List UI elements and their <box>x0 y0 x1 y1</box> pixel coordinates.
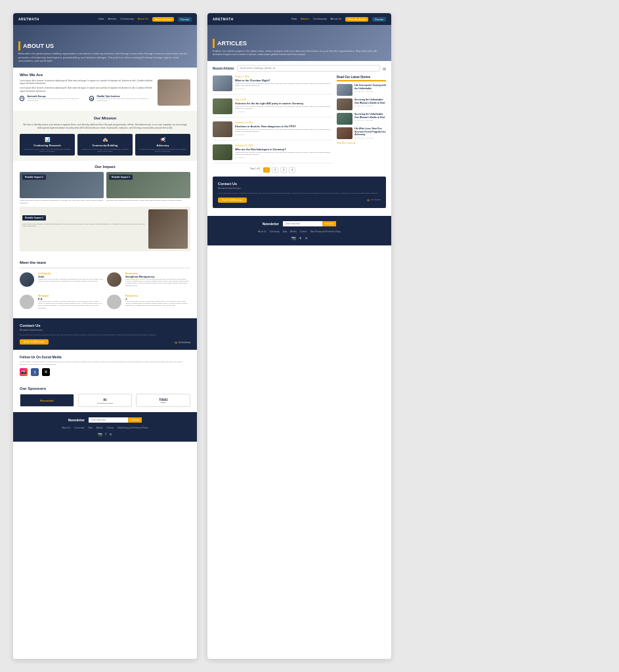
story-title-1[interactable]: Life Interrupted: Coping with the Unthin… <box>354 84 386 90</box>
partner-ki-info: Khalifa Tyler Institute Lorem ipsum dolo… <box>96 95 154 102</box>
mission-card-community: 🏘️ Community Building Lorem ipsum is sim… <box>77 134 133 156</box>
who-we-are-image <box>158 79 190 106</box>
nav-link-community[interactable]: Community <box>121 17 134 22</box>
article-excerpt-1: Lorem ipsum dolor sit amet, consectetur … <box>235 83 333 87</box>
footer-instagram-icon[interactable]: 📷 <box>98 432 102 436</box>
footer-link-articles[interactable]: Articles <box>96 427 103 429</box>
article-title-4[interactable]: Who are the Reichsbürgers in Germany? <box>235 148 333 151</box>
art-nav-data[interactable]: Data <box>291 17 297 22</box>
who-row: Lorem ipsum dolor sit amet, consectetur … <box>20 79 190 106</box>
member-desc-4: Lorem ipsum dolor sit amet, consectetur … <box>125 301 190 307</box>
art-nav-write-btn[interactable]: Write An Article <box>345 17 368 22</box>
article-title-1[interactable]: What is the Christian Right? <box>235 79 333 82</box>
articles-list: October 7, 2024 What is the Christian Ri… <box>213 75 333 173</box>
impact-text-1: Lorem ipsum dolor sit amet, consectetur … <box>20 200 104 204</box>
footer-link-careers[interactable]: Careers <box>107 427 114 429</box>
about-footer-social: 📷 f ✕ <box>20 432 190 436</box>
art-footer-about[interactable]: About Us <box>258 230 266 233</box>
impact-item-2: Notable Impact 1 Nam diam lorem dignissi… <box>106 172 190 204</box>
footer-twitter-icon[interactable]: ✕ <box>109 432 112 436</box>
articles-newsletter-footer: Newsletter Subscribe About Us Community … <box>207 216 391 245</box>
articles-footer-links: About Us Community Data Articles Careers… <box>213 230 386 233</box>
article-img-1 <box>213 75 232 91</box>
page-btn-3[interactable]: 3 <box>280 167 287 173</box>
twitter-icon[interactable]: ✕ <box>42 368 50 376</box>
art-footer-data[interactable]: Data <box>283 230 287 233</box>
articles-email-icon: ✉ <box>367 198 370 202</box>
team-member-2: Researcher Seraphina Montgomery Lorem ip… <box>107 272 190 287</box>
art-nav-community[interactable]: Community <box>313 17 326 22</box>
story-meta-2: By John Doe · 3 min read <box>354 105 386 107</box>
article-title-2[interactable]: Victories for the far-right AfD party in… <box>235 102 333 105</box>
avatar-3 <box>20 295 34 309</box>
about-newsletter-input[interactable] <box>89 417 128 423</box>
footer-facebook-icon[interactable]: f <box>105 432 106 436</box>
impact-top-grid: Notable Impact 1 Lorem ipsum dolor sit a… <box>20 172 190 204</box>
nav-about-section-btn[interactable]: About Section <box>152 17 174 22</box>
article-author-2: By John Doe <box>235 111 333 113</box>
articles-newsletter-input-row: Subscribe <box>283 221 336 226</box>
about-contact-btn[interactable]: Send Us A Message <box>20 339 49 345</box>
articles-contact-btn[interactable]: Send Us A Message <box>218 198 247 203</box>
nav-link-aboutus[interactable]: About Us <box>138 17 148 22</box>
art-nav-donate-btn[interactable]: Donate <box>372 17 386 22</box>
article-title-3[interactable]: Elections in Austria: How dangerous is t… <box>235 125 333 128</box>
articles-panel: ARETMATH Data Articles Community About U… <box>207 13 391 659</box>
partner-ki: KI Khalifa Tyler Institute Lorem ipsum d… <box>89 95 154 102</box>
research-icon: 📊 <box>23 137 72 142</box>
articles-newsletter-input[interactable] <box>283 221 322 226</box>
read-more-stories[interactable]: Read More Stories ▶ <box>337 142 386 144</box>
sponsors-section: Our Sponsors Revontulet KI The Khalifa T… <box>13 381 197 412</box>
art-footer-pinterest-icon[interactable]: ✦ <box>299 236 302 240</box>
about-newsletter-submit[interactable]: Subscribe <box>128 417 142 423</box>
about-hero: ABOUT US Aretmath is the global peace bu… <box>13 25 197 68</box>
footer-link-data[interactable]: Data <box>88 427 92 429</box>
avatar-img-3 <box>20 295 34 309</box>
mission-card-research: 📊 Conducting Research Lorem ipsum is sim… <box>20 134 75 156</box>
page-btn-2[interactable]: 2 <box>272 167 278 173</box>
story-title-3[interactable]: Surviving the Unthinkable: One Woman's B… <box>354 113 386 119</box>
art-footer-instagram-icon[interactable]: 📷 <box>291 236 296 240</box>
member-info-2: Researcher Seraphina Montgomery Lorem ip… <box>125 272 190 287</box>
page-btn-1[interactable]: 1 <box>263 167 270 173</box>
about-newsletter-row: Newsletter Subscribe <box>20 417 190 423</box>
page-btn-4[interactable]: 4 <box>289 167 295 173</box>
articles-newsletter-submit[interactable]: Subscribe <box>322 221 336 226</box>
article-excerpt-3: Lorem ipsum dolor sit amet, consectetur … <box>235 129 333 133</box>
story-title-2[interactable]: Surviving the Unthinkable: One Woman's B… <box>354 98 386 104</box>
facebook-icon[interactable]: f <box>31 368 39 376</box>
art-footer-articles[interactable]: Articles <box>290 230 297 233</box>
about-newsletter-input-row: Subscribe <box>89 417 142 423</box>
footer-link-community[interactable]: Community <box>74 427 84 429</box>
nav-donate-btn[interactable]: Donate <box>178 17 192 22</box>
story-title-4[interactable]: Life After Loss: How One Survivor Found … <box>354 127 386 136</box>
instagram-icon[interactable]: 📷 <box>20 368 28 376</box>
footer-link-privacy[interactable]: Data Privacy and Protection Policy <box>117 427 148 429</box>
article-img-2 <box>213 98 232 114</box>
who-text: Lorem ipsum dolor sit amet, consectetur … <box>20 79 154 106</box>
articles-nav-links: Data Articles Community About Us Write A… <box>291 17 386 22</box>
story-item-4: Life After Loss: How One Survivor Found … <box>337 127 386 139</box>
about-newsletter-footer: Newsletter Subscribe About Us Community … <box>13 412 197 442</box>
art-footer-privacy[interactable]: Data Privacy and Protection Policy <box>310 230 341 233</box>
footer-link-about[interactable]: About Us <box>62 427 70 429</box>
team-grid: Co-Founder John Lorem ipsum dolor sit am… <box>20 272 190 313</box>
art-nav-articles[interactable]: Articles <box>301 17 309 22</box>
articles-nav-logo: ARETMATH <box>213 17 234 21</box>
team-section: Meet the team Co-Founder John Lorem ipsu… <box>13 255 197 318</box>
article-date-1: October 7, 2024 <box>235 75 333 78</box>
impact-label-box-3: Notable Impact 1 <box>22 215 46 220</box>
story-item-3: Surviving the Unthinkable: One Woman's B… <box>337 113 386 125</box>
about-contact-actions: Send Us A Message ✉ Get Via Email <box>20 339 190 345</box>
search-input[interactable] <box>237 65 380 72</box>
article-author-4: By John Doe <box>235 157 333 159</box>
art-footer-careers[interactable]: Careers <box>300 230 307 233</box>
art-nav-aboutus[interactable]: About Us <box>331 17 341 22</box>
art-footer-twitter-icon[interactable]: ✕ <box>305 236 308 240</box>
nav-link-data[interactable]: Data <box>98 17 104 22</box>
nav-link-articles[interactable]: Articles <box>108 17 116 22</box>
article-author-3: By John Doe <box>235 134 333 136</box>
article-item-2: Sept 4, 2024 Victories for the far-right… <box>213 98 333 117</box>
art-footer-community[interactable]: Community <box>270 230 280 233</box>
search-icon[interactable]: ⊞ <box>383 66 386 71</box>
